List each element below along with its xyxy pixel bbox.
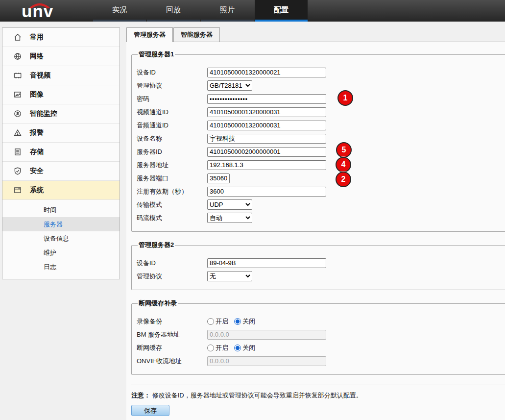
sidebar-subitem-maintenance[interactable]: 维护 <box>2 246 120 260</box>
sidebar-item-audio-video[interactable]: 音视频 <box>2 66 120 85</box>
globe-icon <box>13 52 22 61</box>
management-server2-section: 管理服务器2 设备ID 管理协议 无 <box>131 241 505 290</box>
tab-intelligent-server[interactable]: 智能服务器 <box>173 27 220 42</box>
audio-channel-id-label: 音频通道ID <box>137 121 207 130</box>
management-server1-section: 管理服务器1 设备ID 管理协议 GB/T28181 密码 视频通道ID 音频通… <box>131 50 505 232</box>
section-legend: 管理服务器1 <box>138 50 175 59</box>
film-icon <box>13 71 22 80</box>
sidebar: 常用 网络 音视频 图像 智能监控 报警 存储 安全 <box>2 27 120 279</box>
sidebar-subitem-server[interactable]: 服务器 <box>2 217 120 231</box>
record-backup-off-radio[interactable] <box>234 318 241 325</box>
register-validity-input[interactable] <box>207 187 326 197</box>
stream-mode-select[interactable]: 自动 <box>207 213 252 223</box>
sidebar-item-image[interactable]: 图像 <box>2 85 120 104</box>
offline-cache-off-radio[interactable] <box>234 345 241 351</box>
sidebar-item-label: 图像 <box>30 90 44 99</box>
nav-tab-live[interactable]: 实况 <box>93 0 146 22</box>
sidebar-item-label: 存储 <box>30 148 44 156</box>
record-backup-on-option[interactable]: 开启 <box>207 317 228 326</box>
protocol-label: 管理协议 <box>137 81 207 90</box>
note-prefix: 注意： <box>131 392 150 399</box>
server-address-label: 服务器地址 <box>137 161 207 170</box>
nav-tab-setup[interactable]: 配置 <box>255 0 308 22</box>
system-submenu: 时间 服务器 设备信息 维护 日志 <box>2 200 120 279</box>
device-name-input[interactable] <box>207 134 326 144</box>
radio-label: 关闭 <box>242 344 255 352</box>
save-button[interactable]: 保存 <box>131 405 169 416</box>
window-icon <box>13 186 22 195</box>
sidebar-subitem-log[interactable]: 日志 <box>2 260 120 274</box>
nav-tab-underline <box>201 20 254 22</box>
smart-monitor-icon <box>13 109 22 118</box>
protocol-select[interactable]: GB/T28181 <box>207 80 252 91</box>
record-backup-radio-group: 开启 关闭 <box>207 317 259 326</box>
shield-check-icon <box>13 167 22 175</box>
server-port-label: 服务器端口 <box>137 174 207 183</box>
sidebar-item-network[interactable]: 网络 <box>2 47 120 66</box>
sidebar-item-label: 智能监控 <box>30 109 57 118</box>
sidebar-subitem-device-info[interactable]: 设备信息 <box>2 231 120 246</box>
tab-management-server[interactable]: 管理服务器 <box>126 27 173 42</box>
onvif-address-label: ONVIF收流地址 <box>137 357 207 366</box>
sidebar-item-system[interactable]: 系统 <box>2 181 120 200</box>
server-id-label: 服务器ID <box>137 148 207 156</box>
sidebar-item-label: 安全 <box>30 167 44 175</box>
annotation-badge-1: 1 <box>337 90 353 106</box>
device-id-input[interactable] <box>207 68 326 77</box>
nav-tab-photo[interactable]: 照片 <box>201 0 254 22</box>
annotation-badge-2: 2 <box>336 172 351 187</box>
sidebar-item-label: 常用 <box>30 33 44 42</box>
onvif-address-input <box>207 356 326 366</box>
bm-server-address-label: BM 服务器地址 <box>137 330 207 339</box>
sidebar-item-label: 报警 <box>30 128 44 137</box>
offline-cache-radio-group: 开启 关闭 <box>207 344 259 352</box>
offline-cache-off-option[interactable]: 关闭 <box>234 344 255 352</box>
nav-tab-underline <box>93 20 146 22</box>
logo-red-arc-icon <box>29 2 50 8</box>
sidebar-item-common[interactable]: 常用 <box>2 28 120 47</box>
record-backup-on-radio[interactable] <box>207 318 214 325</box>
record-backup-off-option[interactable]: 关闭 <box>234 317 255 326</box>
sidebar-item-security[interactable]: 安全 <box>2 162 120 181</box>
main-content: 管理服务器 智能服务器 管理服务器1 设备ID 管理协议 GB/T28181 密… <box>126 27 505 420</box>
sidebar-item-smart-monitor[interactable]: 智能监控 <box>2 104 120 124</box>
sidebar-item-label: 网络 <box>30 52 44 61</box>
nav-tab-label: 配置 <box>274 5 289 14</box>
server-settings-panel: 管理服务器1 设备ID 管理协议 GB/T28181 密码 视频通道ID 音频通… <box>126 42 505 420</box>
transport-mode-label: 传输模式 <box>137 200 207 209</box>
transport-mode-select[interactable]: UDP <box>207 199 252 210</box>
server-port-input[interactable] <box>207 173 230 183</box>
protocol2-label: 管理协议 <box>137 272 207 281</box>
section-legend: 断网缓存补录 <box>138 299 178 308</box>
sidebar-item-label: 音视频 <box>30 71 50 80</box>
device-id2-label: 设备ID <box>137 259 207 268</box>
device-id2-input[interactable] <box>207 258 326 268</box>
sidebar-item-alarm[interactable]: 报警 <box>2 124 120 143</box>
protocol2-select[interactable]: 无 <box>207 271 252 281</box>
bm-server-address-input <box>207 330 326 340</box>
nav-tab-label: 回放 <box>166 5 181 14</box>
divider <box>131 385 505 385</box>
offline-cache-section: 断网缓存补录 录像备份 开启 关闭 BM 服务器地址 <box>131 299 505 375</box>
device-id-label: 设备ID <box>137 68 207 77</box>
document-icon <box>13 148 22 156</box>
offline-cache-on-option[interactable]: 开启 <box>207 344 228 352</box>
sidebar-item-storage[interactable]: 存储 <box>2 143 120 162</box>
video-channel-id-input[interactable] <box>207 107 326 117</box>
server-address-input[interactable] <box>207 160 326 170</box>
content-tabstrip: 管理服务器 智能服务器 <box>126 27 505 42</box>
device-name-label: 设备名称 <box>137 134 207 143</box>
annotation-badge-5: 5 <box>336 142 352 158</box>
sidebar-subitem-time[interactable]: 时间 <box>2 203 120 217</box>
server-id-input[interactable] <box>207 147 326 157</box>
offline-cache-on-radio[interactable] <box>207 345 214 351</box>
nav-tab-label: 照片 <box>220 5 235 14</box>
radio-label: 开启 <box>216 317 228 326</box>
nav-tab-playback[interactable]: 回放 <box>147 0 200 22</box>
password-input[interactable] <box>207 94 326 104</box>
audio-channel-id-input[interactable] <box>207 121 326 130</box>
picture-icon <box>13 90 22 99</box>
note-body: 修改设备ID，服务器地址或管理协议可能会导致重启并恢复部分默认配置。 <box>152 392 362 399</box>
radio-label: 关闭 <box>242 317 255 326</box>
radio-label: 开启 <box>216 344 228 352</box>
